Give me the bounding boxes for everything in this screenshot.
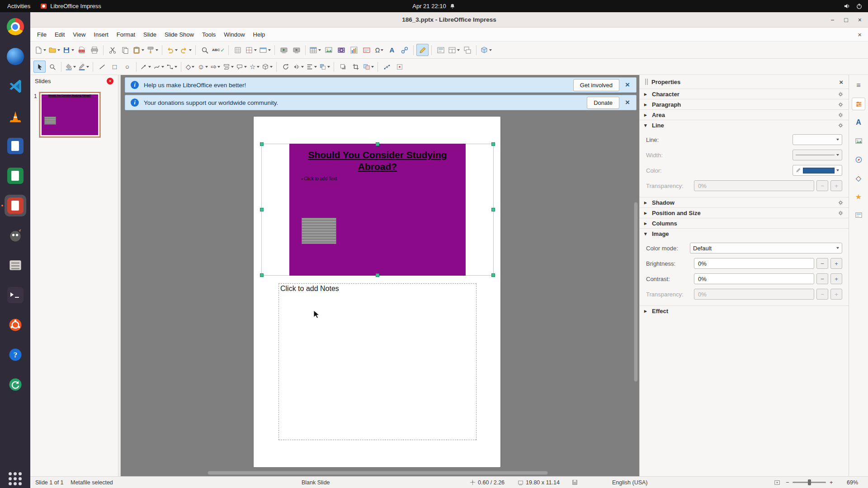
- dropdown-arrow-icon[interactable]: [327, 66, 330, 68]
- insert-media-button[interactable]: [335, 44, 347, 56]
- zoom-pan-button[interactable]: [46, 61, 58, 73]
- align-objects-button[interactable]: [305, 61, 318, 73]
- close-document-button[interactable]: ×: [858, 31, 862, 38]
- properties-close-button[interactable]: ×: [839, 78, 843, 86]
- section-line[interactable]: ▾ Line: [640, 120, 849, 130]
- clone-formatting-button[interactable]: [146, 44, 159, 56]
- crop-button[interactable]: [349, 61, 362, 73]
- image-transparency-input[interactable]: [694, 289, 814, 300]
- symbol-shapes-button[interactable]: ☺: [197, 61, 209, 73]
- maximize-button[interactable]: □: [844, 16, 848, 23]
- selection-handle-sw[interactable]: [260, 273, 264, 277]
- slide-image-object[interactable]: [302, 218, 336, 244]
- section-settings-icon[interactable]: [837, 210, 844, 216]
- master-slide-button[interactable]: [434, 44, 447, 56]
- dropdown-arrow-icon[interactable]: [71, 49, 74, 51]
- section-paragraph[interactable]: ▸ Paragraph: [640, 99, 849, 109]
- menu-help[interactable]: Help: [249, 29, 269, 40]
- section-settings-icon[interactable]: [837, 122, 844, 129]
- copy-button[interactable]: [119, 44, 131, 56]
- section-position-size[interactable]: ▸ Position and Size: [640, 207, 849, 218]
- tab-properties[interactable]: [852, 98, 865, 110]
- rectangle-button[interactable]: □: [108, 61, 121, 73]
- cut-button[interactable]: [106, 44, 118, 56]
- tab-master-slides[interactable]: [852, 209, 865, 221]
- selection-handle-e[interactable]: [491, 208, 495, 211]
- section-character[interactable]: ▸ Character: [640, 89, 849, 99]
- vlc-launcher[interactable]: [5, 105, 26, 127]
- block-arrows-button[interactable]: ⇨: [209, 61, 222, 73]
- menu-format[interactable]: Format: [113, 29, 139, 40]
- brightness-input[interactable]: [694, 258, 814, 269]
- image-transparency-decrease-button[interactable]: −: [816, 289, 828, 300]
- slide-title[interactable]: Should You Consider Studying Abroad?: [289, 149, 466, 173]
- shadow-button[interactable]: [337, 61, 349, 73]
- tab-shapes[interactable]: ◇: [852, 172, 865, 184]
- section-settings-icon[interactable]: [837, 199, 844, 206]
- language-status[interactable]: English (USA): [612, 477, 648, 488]
- slide-layout-button[interactable]: [447, 44, 461, 56]
- notes-page[interactable]: Should You Consider Studying Abroad? ● C…: [253, 116, 501, 468]
- dropdown-arrow-icon[interactable]: [189, 49, 192, 51]
- section-area[interactable]: ▸ Area: [640, 109, 849, 120]
- focused-app-indicator[interactable]: LibreOffice Impress: [40, 3, 101, 9]
- dropdown-arrow-icon[interactable]: [73, 66, 76, 68]
- vertical-scrollbar[interactable]: [634, 202, 638, 382]
- dropdown-arrow-icon[interactable]: [161, 66, 164, 68]
- dropdown-arrow-icon[interactable]: [57, 49, 60, 51]
- hyperlink-button[interactable]: [398, 44, 410, 56]
- infobar-close-button[interactable]: ×: [624, 98, 631, 107]
- new-document-button[interactable]: [33, 44, 47, 56]
- dropdown-arrow-icon[interactable]: [254, 49, 257, 51]
- line-transparency-input[interactable]: [694, 180, 814, 191]
- software-store-launcher[interactable]: [5, 314, 26, 336]
- arrange-button[interactable]: [318, 61, 331, 73]
- redo-button[interactable]: [179, 44, 193, 56]
- slide-thumbnail[interactable]: Should You Consider Studying Abroad?: [39, 92, 100, 137]
- dropdown-arrow-icon[interactable]: [175, 66, 177, 68]
- basic-shapes-button[interactable]: ◇: [184, 61, 196, 73]
- dropdown-arrow-icon[interactable]: [86, 66, 89, 68]
- infobar-close-button[interactable]: ×: [624, 80, 631, 89]
- dropdown-arrow-icon[interactable]: [231, 66, 234, 68]
- dropdown-arrow-icon[interactable]: [318, 49, 321, 51]
- dropdown-arrow-icon[interactable]: [381, 49, 383, 51]
- get-involved-button[interactable]: Get involved: [573, 79, 619, 91]
- section-settings-icon[interactable]: [837, 112, 844, 118]
- contrast-decrease-button[interactable]: −: [816, 273, 828, 284]
- menu-file[interactable]: File: [33, 29, 51, 40]
- find-replace-button[interactable]: [198, 44, 211, 56]
- activities-button[interactable]: Activities: [7, 3, 30, 9]
- ellipse-button[interactable]: ○: [121, 61, 133, 73]
- flowchart-button[interactable]: [222, 61, 235, 73]
- insert-chart-button[interactable]: [348, 44, 360, 56]
- fit-slide-icon[interactable]: [774, 479, 780, 486]
- show-applications-button[interactable]: [9, 472, 22, 485]
- section-settings-icon[interactable]: [837, 101, 844, 108]
- files-launcher[interactable]: [5, 254, 26, 276]
- notes-placeholder[interactable]: Click to add Notes: [278, 283, 476, 440]
- line-color-dropdown[interactable]: [793, 165, 842, 176]
- insert-text-box-button[interactable]: [360, 44, 373, 56]
- select-tool-button[interactable]: [33, 61, 46, 73]
- line-style-dropdown[interactable]: [793, 134, 842, 145]
- dropdown-arrow-icon[interactable]: [270, 66, 273, 68]
- image-filter-button[interactable]: [362, 61, 375, 73]
- software-updater-launcher[interactable]: [5, 374, 26, 395]
- selection-handle-ne[interactable]: [491, 142, 495, 146]
- fill-color-button[interactable]: [64, 61, 77, 73]
- brightness-decrease-button[interactable]: −: [816, 258, 828, 269]
- dropdown-arrow-icon[interactable]: [301, 66, 304, 68]
- start-from-first-slide-button[interactable]: [278, 44, 290, 56]
- duplicate-slide-button[interactable]: [461, 44, 473, 56]
- tab-gallery[interactable]: [852, 135, 865, 147]
- zoom-in-button[interactable]: +: [830, 477, 833, 488]
- export-pdf-button[interactable]: [75, 44, 88, 56]
- color-mode-dropdown[interactable]: Default: [690, 243, 842, 253]
- curves-polygons-button[interactable]: [152, 61, 165, 73]
- zoom-slider-thumb[interactable]: [808, 479, 811, 485]
- dropdown-arrow-icon[interactable]: [175, 49, 178, 51]
- dropdown-arrow-icon[interactable]: [156, 49, 158, 51]
- power-icon[interactable]: [856, 3, 863, 9]
- calc-launcher[interactable]: [5, 165, 26, 187]
